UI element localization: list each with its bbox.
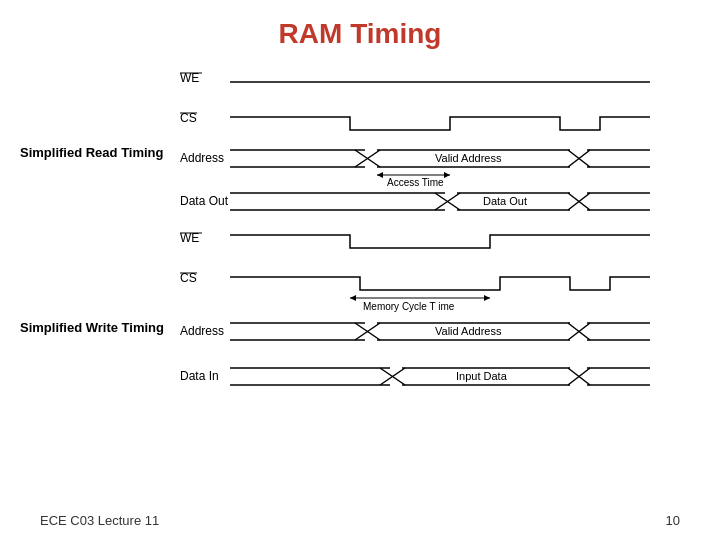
svg-marker-18 <box>444 172 450 178</box>
read-timing-label: Simplified Read Timing <box>20 145 164 160</box>
svg-text:Data Out: Data Out <box>180 194 229 208</box>
svg-text:Address: Address <box>180 151 224 165</box>
svg-text:Data In: Data In <box>180 369 219 383</box>
svg-marker-38 <box>350 295 356 301</box>
svg-text:Address: Address <box>180 324 224 338</box>
svg-text:Input Data: Input Data <box>456 370 508 382</box>
write-timing-label: Simplified Write Timing <box>20 320 164 335</box>
svg-text:Access Time: Access Time <box>387 177 444 188</box>
write-timing-svg: WE CS Memory Cycle T ime Address <box>180 220 680 405</box>
svg-text:Data Out: Data Out <box>483 195 527 207</box>
svg-text:Valid  Address: Valid Address <box>435 325 502 337</box>
read-timing-diagram: WE CS Address Valid <box>180 60 700 215</box>
page-number: 10 <box>666 513 680 528</box>
footer: ECE C03 Lecture 11 10 <box>0 513 720 528</box>
svg-text:Memory Cycle T ime: Memory Cycle T ime <box>363 301 455 312</box>
svg-marker-19 <box>377 172 383 178</box>
svg-marker-39 <box>484 295 490 301</box>
write-timing-diagram: WE CS Memory Cycle T ime Address <box>180 220 700 405</box>
read-timing-svg: WE CS Address Valid <box>180 60 680 215</box>
svg-text:Valid  Address: Valid Address <box>435 152 502 164</box>
lecture-label: ECE C03 Lecture 11 <box>40 513 159 528</box>
page-title: RAM Timing <box>0 0 720 50</box>
